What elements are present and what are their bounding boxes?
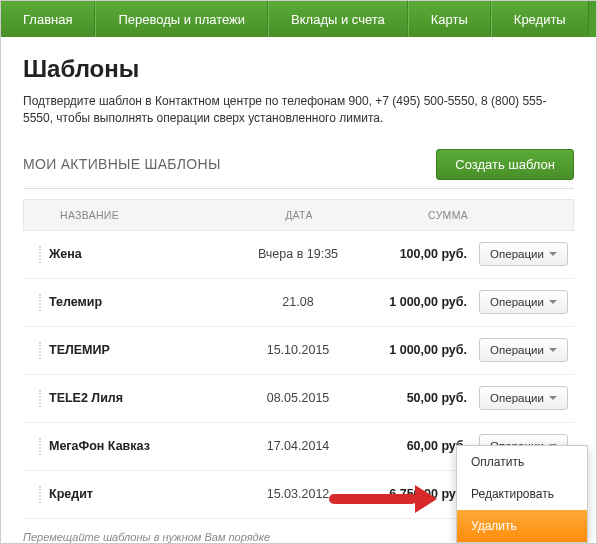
row-sum: 1 000,00 руб. (363, 343, 473, 357)
row-date: Вчера в 19:35 (233, 247, 363, 261)
nav-home[interactable]: Главная (1, 1, 95, 37)
row-date: 08.05.2015 (233, 391, 363, 405)
table-header: НАЗВАНИЕ ДАТА СУММА (23, 199, 574, 231)
dropdown-delete[interactable]: Удалить (457, 510, 587, 542)
operations-label: Операции (490, 248, 544, 260)
operations-button[interactable]: Операции (479, 338, 568, 362)
row-date: 17.04.2014 (233, 439, 363, 453)
col-sum: СУММА (364, 209, 474, 221)
chevron-down-icon (549, 396, 557, 400)
row-name: Кредит (49, 487, 233, 501)
dropdown-edit[interactable]: Редактировать (457, 478, 587, 510)
drag-handle[interactable] (23, 294, 49, 311)
row-sum: 50,00 руб. (363, 391, 473, 405)
page-subtext: Подтвердите шаблон в Контактном центре п… (23, 93, 574, 127)
col-date: ДАТА (234, 209, 364, 221)
table-row: ТЕЛЕМИР15.10.20151 000,00 руб.Операции (23, 327, 574, 375)
nav-transfers[interactable]: Переводы и платежи (95, 1, 268, 37)
operations-dropdown: Оплатить Редактировать Удалить (456, 445, 588, 543)
operations-label: Операции (490, 296, 544, 308)
operations-label: Операции (490, 344, 544, 356)
operations-button[interactable]: Операции (479, 386, 568, 410)
row-name: TELE2 Лиля (49, 391, 233, 405)
operations-button[interactable]: Операции (479, 242, 568, 266)
row-name: МегаФон Кавказ (49, 439, 233, 453)
table-row: Телемир21.081 000,00 руб.Операции (23, 279, 574, 327)
row-sum: 1 000,00 руб. (363, 295, 473, 309)
chevron-down-icon (549, 300, 557, 304)
dropdown-pay[interactable]: Оплатить (457, 446, 587, 478)
nav-credits[interactable]: Кредиты (491, 1, 589, 37)
nav-deposits[interactable]: Вклады и счета (268, 1, 408, 37)
drag-handle[interactable] (23, 246, 49, 263)
operations-label: Операции (490, 392, 544, 404)
row-name: ТЕЛЕМИР (49, 343, 233, 357)
row-date: 15.03.2012 (233, 487, 363, 501)
row-date: 21.08 (233, 295, 363, 309)
table-row: ЖенаВчера в 19:35100,00 руб.Операции (23, 231, 574, 279)
page-title: Шаблоны (23, 55, 574, 83)
section-head: МОИ АКТИВНЫЕ ШАБЛОНЫ Создать шаблон (23, 149, 574, 189)
operations-button[interactable]: Операции (479, 290, 568, 314)
chevron-down-icon (549, 348, 557, 352)
active-templates-title: МОИ АКТИВНЫЕ ШАБЛОНЫ (23, 156, 221, 172)
row-name: Жена (49, 247, 233, 261)
top-nav: Главная Переводы и платежи Вклады и счет… (1, 1, 596, 37)
table-row: TELE2 Лиля08.05.201550,00 руб.Операции (23, 375, 574, 423)
col-name: НАЗВАНИЕ (24, 209, 234, 221)
drag-handle[interactable] (23, 390, 49, 407)
create-template-button[interactable]: Создать шаблон (436, 149, 574, 180)
row-sum: 100,00 руб. (363, 247, 473, 261)
chevron-down-icon (549, 252, 557, 256)
drag-handle[interactable] (23, 486, 49, 503)
row-date: 15.10.2015 (233, 343, 363, 357)
row-name: Телемир (49, 295, 233, 309)
drag-handle[interactable] (23, 438, 49, 455)
drag-handle[interactable] (23, 342, 49, 359)
nav-cards[interactable]: Карты (408, 1, 491, 37)
